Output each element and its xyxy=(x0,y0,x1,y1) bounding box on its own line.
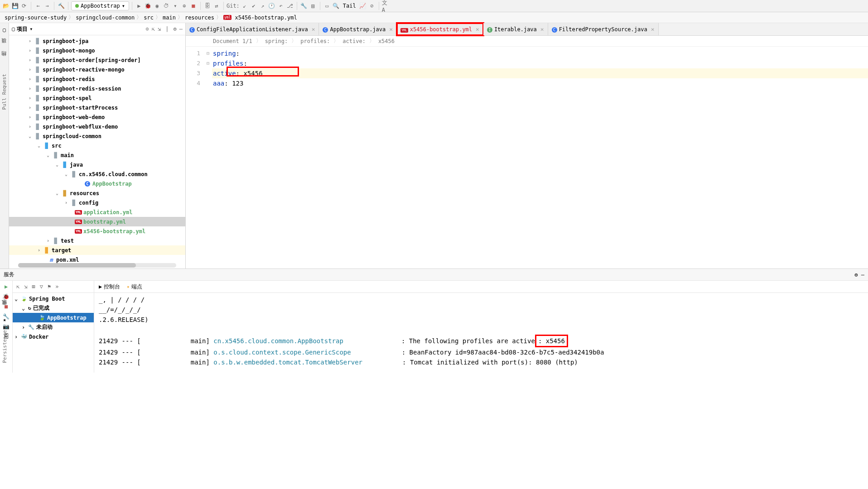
service-item[interactable]: ›🔧未启动 xyxy=(13,322,94,332)
service-item[interactable]: 🍃AppBootstrap xyxy=(13,313,94,322)
terminal-icon: ▶ xyxy=(99,283,102,290)
close-icon[interactable]: × xyxy=(387,26,393,33)
tree-item[interactable]: ›▉config xyxy=(9,198,185,207)
no-entry-icon[interactable]: ⊘ xyxy=(368,2,376,10)
forward-icon[interactable]: → xyxy=(43,2,51,10)
collapse-all-icon[interactable]: ⇲ xyxy=(24,283,27,290)
editor-tab[interactable]: YMLx5456-bootstrap.yml× xyxy=(397,23,483,35)
grid-icon[interactable]: ⊞ xyxy=(32,283,35,290)
code-area[interactable]: spring: profiles: active: x5456aaa: 123 xyxy=(212,47,868,268)
chevron-down-icon[interactable]: ▾ xyxy=(29,26,33,32)
tab-console[interactable]: ▶控制台 xyxy=(99,283,120,291)
tail-label: Tail xyxy=(343,3,356,9)
close-icon[interactable]: × xyxy=(474,26,479,33)
git-branch-icon[interactable]: ⎇ xyxy=(286,2,294,10)
gear-icon[interactable]: ⚙ xyxy=(854,272,858,278)
project-icon: ▢ xyxy=(12,26,15,32)
gutter-pullrequest[interactable]: Pull Request xyxy=(1,74,7,110)
close-icon[interactable]: × xyxy=(310,26,315,33)
debug-icon[interactable]: 🐞 xyxy=(144,2,152,10)
dropdown-icon[interactable]: ▾ xyxy=(171,2,179,10)
sync-icon[interactable]: ⇄ xyxy=(212,2,221,10)
tree-item[interactable]: ›▉springboot-reactive-mongo xyxy=(9,65,185,74)
tree-item[interactable]: ›▉target xyxy=(9,245,185,255)
wrench-icon[interactable]: 🔧 xyxy=(300,2,308,10)
hammer-icon[interactable]: 🔨 xyxy=(57,2,65,10)
tree-item[interactable]: ⌄▉springcloud-common xyxy=(9,131,185,141)
close-icon[interactable]: × xyxy=(649,26,655,33)
editor-tab[interactable]: CAppBootstrap.java× xyxy=(319,23,397,35)
dot-icon xyxy=(75,4,79,8)
more-icon[interactable]: » xyxy=(55,283,58,290)
gutter-persistence[interactable]: Persistence xyxy=(2,330,8,363)
collapse-icon[interactable]: ⇲ xyxy=(158,26,161,32)
refresh-icon[interactable]: ⟳ xyxy=(20,2,28,10)
tree-item[interactable]: ⌄▉main xyxy=(9,150,185,160)
db-icon[interactable]: 🗄 xyxy=(203,2,212,10)
git-rollback-icon[interactable]: ↶ xyxy=(277,2,285,10)
tree-item[interactable]: ⌄▉cn.x5456.cloud.common xyxy=(9,169,185,179)
tree-item[interactable]: ›▉springboot-spel xyxy=(9,93,185,103)
tree-item[interactable]: ›▉springboot-startProcess xyxy=(9,103,185,112)
stop-icon[interactable]: ■ xyxy=(189,2,198,10)
translate-icon[interactable]: 文A xyxy=(382,2,390,10)
tree-item[interactable]: ›▉springboot-mongo xyxy=(9,46,185,55)
search-icon[interactable]: 🔍 xyxy=(332,2,340,10)
structure-icon[interactable]: ▤ xyxy=(309,2,317,10)
tree-item[interactable]: ›▉springboot-webflux-demo xyxy=(9,122,185,131)
locate-icon[interactable]: ⊙ xyxy=(146,26,149,32)
git-history-icon[interactable]: 🕐 xyxy=(268,2,276,10)
project-panel-header: ▢ 项目 ▾ ⊙ ⇱ ⇲ | ⚙ — xyxy=(9,23,185,35)
heart-icon[interactable]: ♡ xyxy=(3,296,6,302)
tree-item[interactable]: YMLapplication.yml xyxy=(9,207,185,217)
main-toolbar: 📂 💾 ⟳ ← → 🔨 AppBootstrap ▾ ▶ 🐞 ◉ ⏱ ▾ ⊕ ■… xyxy=(0,0,868,12)
run-icon[interactable]: ▶ xyxy=(135,2,143,10)
service-item[interactable]: ⌄🍃Spring Boot xyxy=(13,294,94,303)
chart-icon[interactable]: 📈 xyxy=(359,2,367,10)
git-pull-icon[interactable]: ↙ xyxy=(241,2,249,10)
filter-icon[interactable]: ▽ xyxy=(40,283,43,290)
service-item[interactable]: ⌄↻已完成 xyxy=(13,303,94,313)
tree-item[interactable]: ⌄▉resources xyxy=(9,188,185,198)
close-icon[interactable]: × xyxy=(539,26,544,33)
tree-item[interactable]: ›▉springboot-redis xyxy=(9,74,185,84)
services-tree[interactable]: ⌄🍃Spring Boot⌄↻已完成🍃AppBootstrap›🔧未启动›🐳Do… xyxy=(13,293,94,342)
gear-icon[interactable]: ⚙ xyxy=(174,26,177,32)
editor-tab[interactable]: CConfigFileApplicationListener.java× xyxy=(186,23,319,35)
back-icon[interactable]: ← xyxy=(34,2,42,10)
git-commit-icon[interactable]: ✔ xyxy=(250,2,258,10)
git-push-icon[interactable]: ↗ xyxy=(259,2,267,10)
project-tool-icon[interactable]: ▢ xyxy=(3,27,6,33)
tree-item[interactable]: CAppBootstrap xyxy=(9,179,185,188)
console-output[interactable]: _, | / / / /__/=/_/_/_/.2.6.RELEASE) 214… xyxy=(94,293,868,373)
star-icon[interactable]: ★ xyxy=(3,316,6,323)
flag-icon[interactable]: ⚑ xyxy=(48,283,51,290)
tab-endpoints[interactable]: ✦端点 xyxy=(126,283,142,291)
tree-item[interactable]: YMLx5456-bootstrap.yml xyxy=(9,226,185,236)
console-tabs: ▶控制台 ✦端点 xyxy=(94,281,868,293)
save-icon[interactable]: 💾 xyxy=(11,2,19,10)
tree-item[interactable]: ›▉springboot-order [spring-order] xyxy=(9,55,185,65)
editor-tab[interactable]: IIterable.java× xyxy=(483,23,548,35)
attach-icon[interactable]: ⊕ xyxy=(180,2,188,10)
hide-icon[interactable]: — xyxy=(179,26,183,32)
open-icon[interactable]: 📂 xyxy=(2,2,10,10)
project-tree[interactable]: ›▉springboot-jpa›▉springboot-mongo›▉spri… xyxy=(9,35,185,268)
service-item[interactable]: ›🐳Docker xyxy=(13,332,94,341)
tree-item[interactable]: ›▉springboot-redis-session xyxy=(9,84,185,93)
expand-icon[interactable]: ⇱ xyxy=(152,26,155,32)
tree-item[interactable]: ›▉test xyxy=(9,236,185,245)
profile-icon[interactable]: ⏱ xyxy=(162,2,170,10)
editor-tab[interactable]: CFilteredPropertySource.java× xyxy=(548,23,659,35)
tree-item[interactable]: ⌄▉java xyxy=(9,160,185,169)
expand-all-icon[interactable]: ⇱ xyxy=(16,283,19,290)
hide-icon[interactable]: — xyxy=(861,272,864,278)
tree-item[interactable]: ›▉springboot-jpa xyxy=(9,36,185,46)
tree-item[interactable]: ›▉springboot-web-demo xyxy=(9,112,185,122)
tree-item[interactable]: YMLbootstrap.yml xyxy=(9,217,185,226)
coverage-icon[interactable]: ◉ xyxy=(153,2,161,10)
left-tool-gutter: ▢ 项目 结构 Pull Request xyxy=(0,23,9,268)
run-config-selector[interactable]: AppBootstrap ▾ xyxy=(71,1,129,10)
tree-item[interactable]: ⌄▉src xyxy=(9,141,185,150)
window-icon[interactable]: ▭ xyxy=(323,2,331,10)
